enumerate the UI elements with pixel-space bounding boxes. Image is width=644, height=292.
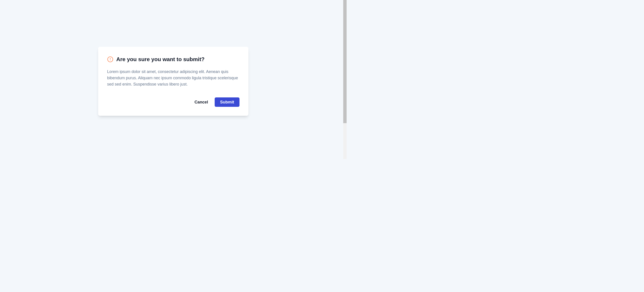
scrollbar-thumb[interactable] — [343, 0, 346, 123]
alert-circle-icon — [107, 56, 113, 62]
submit-button[interactable]: Submit — [215, 97, 240, 107]
modal-body-text: Lorem ipsum dolor sit amet, consectetur … — [107, 69, 240, 88]
page-background: Are you sure you want to submit? Lorem i… — [0, 0, 346, 159]
modal-header: Are you sure you want to submit? — [107, 56, 240, 63]
confirmation-modal: Are you sure you want to submit? Lorem i… — [98, 47, 248, 116]
modal-title: Are you sure you want to submit? — [116, 56, 204, 63]
scrollbar-track[interactable] — [343, 0, 346, 159]
cancel-button[interactable]: Cancel — [194, 97, 208, 107]
modal-footer: Cancel Submit — [107, 97, 240, 107]
